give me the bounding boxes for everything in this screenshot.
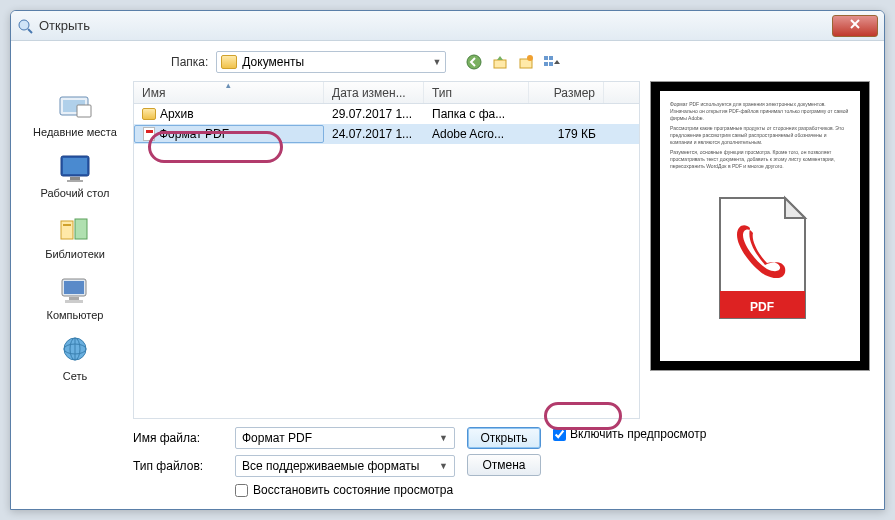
main-area: Папка: Документы ▼ Имя▴ Дата и bbox=[133, 51, 870, 497]
view-button[interactable] bbox=[542, 52, 562, 72]
svg-rect-28 bbox=[544, 62, 548, 66]
svg-rect-27 bbox=[549, 56, 553, 60]
file-list[interactable]: Имя▴ Дата измен... Тип Размер Архив 29.0… bbox=[133, 81, 640, 419]
up-icon bbox=[492, 54, 508, 70]
svg-rect-26 bbox=[544, 56, 548, 60]
svg-rect-11 bbox=[61, 221, 73, 239]
restore-label: Восстановить состояние просмотра bbox=[253, 483, 453, 497]
titlebar: Открыть bbox=[11, 11, 884, 41]
place-computer[interactable]: Компьютер bbox=[25, 274, 125, 321]
view-icon bbox=[543, 54, 561, 70]
preview-page: Формат PDF используется для хранения эле… bbox=[660, 91, 860, 361]
place-network[interactable]: Сеть bbox=[25, 335, 125, 382]
column-type[interactable]: Тип bbox=[424, 82, 529, 103]
open-dialog-window: Открыть Недавние места Рабочий стол Библ… bbox=[10, 10, 885, 510]
preview-check-label: Включить предпросмотр bbox=[570, 427, 706, 441]
preview-text-line: Рассмотрим какие програмные продукты от … bbox=[670, 125, 850, 146]
toolbar bbox=[464, 52, 562, 72]
svg-rect-16 bbox=[69, 297, 79, 300]
close-icon bbox=[849, 18, 861, 30]
list-area: Имя▴ Дата измен... Тип Размер Архив 29.0… bbox=[133, 81, 870, 419]
inputs: Имя файла: Формат PDF ▼ Тип файлов: Все … bbox=[133, 427, 455, 497]
column-date[interactable]: Дата измен... bbox=[324, 82, 424, 103]
svg-line-1 bbox=[28, 29, 32, 33]
table-row[interactable]: Архив 29.07.2017 1... Папка с фа... bbox=[134, 104, 639, 124]
pdf-logo-icon: PDF bbox=[705, 193, 815, 323]
chevron-down-icon: ▼ bbox=[439, 461, 448, 471]
new-folder-button[interactable] bbox=[516, 52, 536, 72]
svg-rect-29 bbox=[549, 62, 553, 66]
open-button[interactable]: Открыть bbox=[467, 427, 541, 449]
chevron-down-icon: ▼ bbox=[439, 433, 448, 443]
preview-toggle: Включить предпросмотр bbox=[553, 427, 706, 441]
places-sidebar: Недавние места Рабочий стол Библиотеки К… bbox=[25, 51, 125, 497]
svg-rect-13 bbox=[63, 224, 71, 226]
close-button[interactable] bbox=[832, 15, 878, 37]
back-button[interactable] bbox=[464, 52, 484, 72]
svg-point-25 bbox=[527, 55, 533, 61]
svg-text:PDF: PDF bbox=[750, 300, 774, 314]
bottom-bar: Имя файла: Формат PDF ▼ Тип файлов: Все … bbox=[133, 427, 870, 497]
list-header: Имя▴ Дата измен... Тип Размер bbox=[134, 82, 639, 104]
filename-label: Имя файла: bbox=[133, 431, 227, 445]
place-libraries[interactable]: Библиотеки bbox=[25, 213, 125, 260]
place-recent[interactable]: Недавние места bbox=[25, 91, 125, 138]
folder-row: Папка: Документы ▼ bbox=[133, 51, 870, 73]
svg-point-22 bbox=[467, 55, 481, 69]
preview-text-line: Формат PDF используется для хранения эле… bbox=[670, 101, 850, 122]
column-size[interactable]: Размер bbox=[529, 82, 604, 103]
network-icon bbox=[57, 335, 93, 367]
new-folder-icon bbox=[518, 54, 534, 70]
folder-icon bbox=[142, 108, 156, 120]
svg-point-0 bbox=[19, 20, 29, 30]
folder-dropdown[interactable]: Документы ▼ bbox=[216, 51, 446, 73]
computer-icon bbox=[57, 274, 93, 306]
filetype-label: Тип файлов: bbox=[133, 459, 227, 473]
filename-input[interactable]: Формат PDF ▼ bbox=[235, 427, 455, 449]
svg-rect-12 bbox=[75, 219, 87, 239]
folder-icon bbox=[221, 55, 237, 69]
dialog-body: Недавние места Рабочий стол Библиотеки К… bbox=[11, 41, 884, 509]
svg-rect-17 bbox=[65, 300, 83, 303]
pdf-icon bbox=[143, 127, 155, 141]
back-icon bbox=[466, 54, 482, 70]
filetype-select[interactable]: Все поддерживаемые форматы ▼ bbox=[235, 455, 455, 477]
dialog-buttons: Открыть Отмена bbox=[467, 427, 541, 476]
recent-icon bbox=[57, 91, 93, 123]
preview-checkbox[interactable] bbox=[553, 428, 566, 441]
svg-rect-10 bbox=[67, 180, 83, 182]
desktop-icon bbox=[57, 152, 93, 184]
restore-checkbox[interactable] bbox=[235, 484, 248, 497]
svg-rect-15 bbox=[64, 281, 84, 294]
preview-text-line: Разумеется, основные функции просмотра. … bbox=[670, 149, 850, 170]
svg-rect-23 bbox=[494, 60, 506, 68]
chevron-down-icon: ▼ bbox=[432, 57, 441, 67]
column-name[interactable]: Имя▴ bbox=[134, 82, 324, 103]
up-button[interactable] bbox=[490, 52, 510, 72]
table-row[interactable]: Формат PDF 24.07.2017 1... Adobe Acro...… bbox=[134, 124, 639, 144]
folder-label: Папка: bbox=[171, 55, 208, 69]
svg-rect-9 bbox=[70, 177, 80, 180]
window-title: Открыть bbox=[39, 18, 832, 33]
cancel-button[interactable]: Отмена bbox=[467, 454, 541, 476]
place-desktop[interactable]: Рабочий стол bbox=[25, 152, 125, 199]
sort-asc-icon: ▴ bbox=[226, 80, 231, 90]
libraries-icon bbox=[57, 213, 93, 245]
app-icon bbox=[17, 18, 33, 34]
svg-rect-8 bbox=[63, 158, 87, 174]
svg-rect-6 bbox=[77, 105, 91, 117]
preview-pane: Формат PDF используется для хранения эле… bbox=[650, 81, 870, 371]
